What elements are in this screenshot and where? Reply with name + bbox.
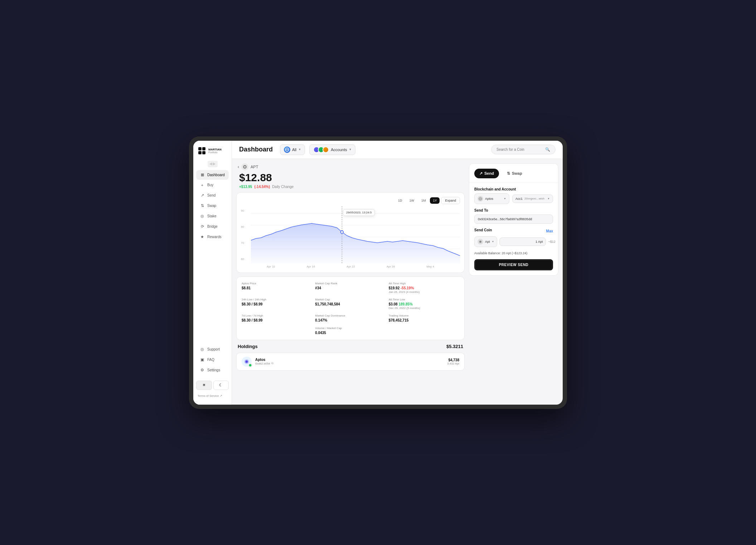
- aptos-sub-icon: [248, 363, 252, 367]
- accounts-dropdown[interactable]: Accounts ▼: [309, 144, 355, 155]
- search-input[interactable]: [496, 148, 543, 151]
- stat-all-time-high: All-Time High $19.92 -55.19% Jan 26, 202…: [389, 282, 459, 294]
- sidebar-item-support[interactable]: ◎ Support: [196, 344, 229, 354]
- sidebar-item-faq[interactable]: ▣ FAQ: [196, 355, 229, 365]
- sidebar-item-label: Swap: [207, 204, 216, 208]
- sidebar-item-label: Dashboard: [207, 173, 225, 177]
- available-balance: Available Balance: 20 Apt (~$123.24): [474, 251, 553, 255]
- send-coin-row: Send Coin Max: [474, 228, 553, 234]
- expand-button[interactable]: Expand: [441, 197, 460, 204]
- svg-rect-0: [198, 147, 202, 150]
- network-dropdown[interactable]: All ▼: [280, 144, 305, 155]
- holding-amounts: $4,738 3,432 Apt: [447, 358, 459, 365]
- dark-theme-button[interactable]: ☾: [213, 381, 229, 390]
- search-bar[interactable]: 🔍: [491, 145, 556, 154]
- max-button[interactable]: Max: [546, 229, 553, 233]
- collapse-button[interactable]: ◁ ▷: [208, 161, 218, 167]
- stat-market-cap-rank: Market Cap Rank #34: [315, 282, 386, 294]
- buy-icon: +: [200, 183, 205, 187]
- blockchain-section-title: Blockchain and Account: [474, 187, 553, 191]
- sidebar-item-label: Settings: [207, 368, 220, 372]
- logo-area: MARTIAN Portfolio: [193, 146, 232, 161]
- holdings-header: Holdings $5.3211: [236, 344, 465, 349]
- account-selector[interactable]: Acc1 20xxgxxc...wish ▼: [512, 194, 553, 203]
- sidebar-item-settings[interactable]: ⚙ Settings: [196, 365, 229, 375]
- swap-icon: ⇅: [200, 203, 205, 208]
- light-theme-button[interactable]: ☀: [196, 381, 212, 390]
- x-label-apr22: Apr 22: [346, 265, 355, 268]
- settings-icon: ⚙: [200, 368, 205, 372]
- blockchain-icon: [478, 196, 483, 202]
- chart-area: 90 80 70 60 29/05/2023, 13:24:5: [241, 206, 460, 264]
- stats-grid: Aptos Price $8.81 Market Cap Rank #34 Al…: [242, 282, 459, 335]
- time-button-1y[interactable]: 1Y: [430, 197, 440, 204]
- stat-market-cap: Market Cap $1,750,748,584: [315, 298, 386, 310]
- send-tab[interactable]: ↗ Send: [474, 169, 499, 178]
- sidebar: MARTIAN Portfolio ◁ ▷ ⊞ Dashboard + Buy …: [193, 141, 232, 405]
- swap-tab[interactable]: ⇅ Swap: [502, 169, 527, 178]
- svg-rect-1: [202, 147, 205, 150]
- blockchain-name: Aptos: [485, 197, 493, 201]
- accounts-label: Accounts: [331, 148, 347, 152]
- stats-card: Aptos Price $8.81 Market Cap Rank #34 Al…: [236, 276, 465, 340]
- sidebar-item-label: Rewards: [207, 235, 221, 239]
- aptos-holding-icon: [242, 357, 252, 367]
- blockchain-row: Aptos ▼ Acc1 20xxgxxc...wish ▼: [474, 193, 553, 204]
- coin-header: ‹ APT $12.88 +$13.95: [236, 163, 465, 189]
- rewards-icon: ★: [200, 235, 205, 239]
- account-address: 20xxgxxc...wish: [524, 197, 544, 200]
- stake-icon: ◎: [200, 214, 205, 218]
- stat-all-time-low: All-Time Low $3.08 189.85% Dec 29, 2022 …: [389, 298, 459, 310]
- sidebar-item-label: Bridge: [207, 225, 218, 228]
- sidebar-item-stake[interactable]: ◎ Stake: [196, 211, 229, 221]
- x-label-apr28: Apr 28: [387, 265, 395, 268]
- send-to-input[interactable]: [474, 214, 553, 224]
- svg-point-16: [249, 364, 252, 366]
- header: Dashboard All ▼: [232, 141, 563, 159]
- sidebar-item-rewards[interactable]: ★ Rewards: [196, 232, 229, 242]
- preview-send-button[interactable]: PREVIEW SEND: [474, 259, 553, 270]
- apt-coin-icon: [478, 239, 483, 245]
- blockchain-selector[interactable]: Aptos ▼: [474, 193, 509, 204]
- send-to-section: Send To: [474, 208, 553, 224]
- x-label-apr16: Apr 16: [307, 265, 315, 268]
- holdings-total-value: $5.3211: [446, 344, 463, 349]
- time-button-1w[interactable]: 1W: [406, 197, 417, 204]
- send-coin-title: Send Coin: [474, 228, 492, 232]
- amount-input[interactable]: [499, 237, 546, 246]
- time-button-1d[interactable]: 1D: [395, 197, 405, 204]
- terms-of-service-link[interactable]: Terms of Service ↗: [193, 393, 232, 399]
- back-arrow-icon[interactable]: ‹: [238, 164, 239, 169]
- dashboard-icon: ⊞: [200, 173, 205, 177]
- stat-trading-volume: Trading Volume $78,452,715: [389, 314, 459, 322]
- sidebar-item-bridge[interactable]: ⟳ Bridge: [196, 222, 229, 231]
- coin-nav: ‹ APT: [238, 163, 463, 170]
- copy-icon[interactable]: ⧉: [271, 362, 273, 365]
- sidebar-item-buy[interactable]: + Buy: [196, 180, 229, 190]
- chevron-down-icon: ▼: [504, 197, 506, 200]
- sidebar-item-send[interactable]: ↗ Send: [196, 190, 229, 200]
- change-label: Daily Change: [272, 185, 294, 189]
- account-name: Acc1: [515, 197, 523, 201]
- sidebar-item-label: Stake: [207, 214, 217, 218]
- holding-address: 0xd62.b054 ⧉: [255, 362, 444, 365]
- swap-tab-icon: ⇅: [507, 171, 510, 176]
- chart-card: 1D 1W 1M 1Y Expand 90 80 70 60: [236, 192, 465, 273]
- coin-symbol: APT: [251, 165, 258, 169]
- chevron-down-icon: ▼: [349, 148, 352, 151]
- coin-price: $12.88: [238, 172, 463, 184]
- page-title: Dashboard: [239, 146, 273, 153]
- time-button-1m[interactable]: 1M: [418, 197, 429, 204]
- holding-apt-amount: 3,432 Apt: [447, 362, 459, 365]
- chart-y-labels: 90 80 70 60: [241, 206, 244, 264]
- y-label-70: 70: [241, 241, 244, 245]
- chart-x-labels: Apr 10 Apr 16 Apr 22 Apr 28 May 4: [241, 264, 460, 268]
- svg-point-20: [480, 241, 481, 242]
- change-pct: (-14.54%): [254, 185, 270, 189]
- sidebar-item-swap[interactable]: ⇅ Swap: [196, 201, 229, 211]
- swap-tab-label: Swap: [512, 171, 522, 175]
- chevron-down-icon: ▼: [547, 197, 550, 200]
- chart-tooltip: 29/05/2023, 13:24:5: [343, 209, 375, 216]
- sidebar-item-dashboard[interactable]: ⊞ Dashboard: [196, 170, 229, 180]
- coin-selector[interactable]: Apt ▼: [474, 236, 497, 247]
